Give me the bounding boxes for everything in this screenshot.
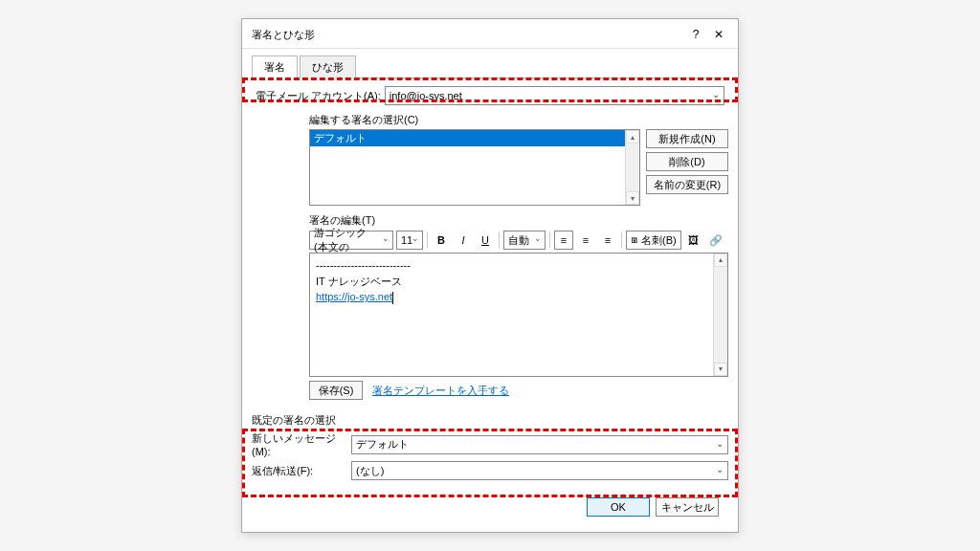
list-item[interactable]: デフォルト [310,130,639,146]
scroll-up-icon[interactable]: ▴ [714,253,727,267]
defaults-group: 既定の署名の選択 新しいメッセージ(M): デフォルト 返信/転送(F): (な… [252,408,728,490]
account-label: 電子メール アカウント(A): [256,89,381,103]
select-signature-label: 編集する署名の選択(C) [309,113,728,127]
insert-link-button[interactable]: 🔗 [706,231,725,250]
separator [499,232,500,248]
editor-line: https://jo-sys.net [316,289,722,305]
tab-strip: 署名 ひな形 [252,55,728,78]
editor-toolbar: 游ゴシック (本文の 11 B I U 自動 ≡ ≡ ≡ 🗎名刺(B) 🖼 🔗 [309,231,728,250]
bold-button[interactable]: B [432,231,451,250]
italic-button[interactable]: I [454,231,473,250]
scroll-down-icon[interactable]: ▾ [714,363,727,376]
signature-editor[interactable]: --------------------------- IT ナレッジベース h… [309,253,728,377]
scroll-down-icon[interactable]: ▾ [626,191,639,205]
titlebar: 署名とひな形 ? ✕ [242,19,738,49]
delete-button[interactable]: 削除(D) [646,152,728,171]
tab-stationery[interactable]: ひな形 [300,55,356,78]
signature-listbox[interactable]: デフォルト ▴ ▾ [309,129,640,206]
scrollbar[interactable]: ▴ ▾ [625,130,639,205]
color-select[interactable]: 自動 [503,231,546,250]
ok-button[interactable]: OK [587,497,650,517]
separator [427,232,428,248]
scroll-up-icon[interactable]: ▴ [626,130,639,143]
new-message-select[interactable]: デフォルト [351,435,728,454]
new-message-label: 新しいメッセージ(M): [252,431,347,457]
dialog-body: 署名 ひな形 電子メール アカウント(A): info@jo-sys.net 編… [242,49,738,532]
align-right-button[interactable]: ≡ [598,231,617,250]
window-title: 署名とひな形 [252,28,684,42]
get-templates-link[interactable]: 署名テンプレートを入手する [372,384,509,398]
reply-label: 返信/転送(F): [252,464,347,478]
save-row: 保存(S) 署名テンプレートを入手する [309,381,728,400]
defaults-title: 既定の署名の選択 [252,413,728,428]
dialog-buttons: OK キャンセル [252,490,728,524]
new-button[interactable]: 新規作成(N) [646,129,728,148]
cancel-button[interactable]: キャンセル [656,497,719,517]
editor-line: --------------------------- [316,257,722,274]
editor-line: IT ナレッジベース [316,274,722,290]
account-select[interactable]: info@jo-sys.net [385,86,724,105]
account-row: 電子メール アカウント(A): info@jo-sys.net [252,84,728,107]
separator [549,232,550,248]
separator [621,232,622,248]
card-button[interactable]: 🗎名刺(B) [626,231,681,250]
underline-button[interactable]: U [476,231,495,250]
help-button[interactable]: ? [684,25,707,44]
signatures-dialog: 署名とひな形 ? ✕ 署名 ひな形 電子メール アカウント(A): info@j… [241,18,739,533]
align-left-button[interactable]: ≡ [554,231,573,250]
font-select[interactable]: 游ゴシック (本文の [309,231,393,250]
text-cursor [392,292,393,304]
font-size-select[interactable]: 11 [396,231,423,250]
scrollbar[interactable]: ▴ ▾ [713,253,727,376]
reply-select[interactable]: (なし) [351,461,728,480]
close-button[interactable]: ✕ [707,25,730,44]
save-button[interactable]: 保存(S) [309,381,363,400]
tab-signature[interactable]: 署名 [252,55,298,78]
align-center-button[interactable]: ≡ [576,231,595,250]
rename-button[interactable]: 名前の変更(R) [646,175,728,194]
signature-select-group: 編集する署名の選択(C) デフォルト ▴ ▾ 新規作成(N) 削除(D) 名前の… [309,113,728,400]
insert-image-button[interactable]: 🖼 [684,231,703,250]
